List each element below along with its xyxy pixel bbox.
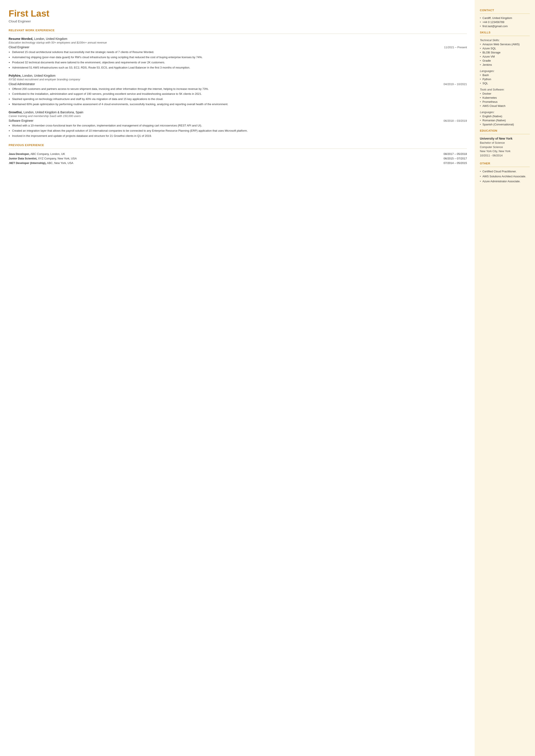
prev-exp-row-2: .NET Developer (Internship), ABC, New Yo… (9, 161, 467, 165)
bullet-list-2: Worked with a 10-member cross-functional… (12, 124, 467, 138)
prev-exp-role-rest-1: XYZ Company, New York, USA (37, 157, 77, 160)
company-location-0: London, United Kingdom (34, 37, 68, 41)
skills-section-title: SKILLS (480, 31, 530, 34)
company-desc-0: Education technology startup with 50+ em… (9, 41, 467, 44)
prev-exp-row-1: Junior Data Scientist, XYZ Company, New … (9, 156, 467, 161)
prev-exp-role-bold-2: .NET Developer (Internship), (9, 161, 46, 164)
company-line-1: Polyhire, London, United Kingdom (9, 74, 467, 77)
bullet-list-0: Delivered 15 cloud architectural solutio… (12, 50, 467, 70)
prev-exp-role-bold-0: Java Developer, (9, 152, 30, 156)
candidate-name: First Last (9, 9, 467, 18)
bullet-1-2: Slashed spending on technology infrastru… (12, 97, 467, 101)
bullet-2-2: Involved in the improvement and update o… (12, 134, 467, 138)
lang2-item-2: Spanish (Conversational) (480, 123, 530, 126)
contact-item-1: +44 0 123456789 (480, 20, 530, 24)
section-relevant-exp-title: RELEVANT WORK EXPERIENCE (9, 29, 467, 32)
technical-list: Amazon Web Services (AWS) Azure SQL BLOB… (480, 43, 530, 66)
prev-exp-row-0: Java Developer, ABC Company, London, UK … (9, 152, 467, 156)
languages-label: Languages: (480, 70, 530, 73)
company-name-0: Resume Worded, (9, 37, 33, 41)
contact-item-2: first.last@gmail.com (480, 25, 530, 28)
job-dates-0: 11/2021 – Present (444, 46, 467, 49)
bullet-1-3: Maintained 60% peak optimization by perf… (12, 102, 467, 106)
job-dates-2: 06/2018 – 03/2019 (444, 119, 467, 122)
company-desc-2: Career training and membership SaaS with… (9, 114, 467, 118)
other-item-2: Azure Administrator Associate. (480, 180, 530, 183)
lang-item-1: Python (480, 77, 530, 81)
lang2-item-1: Romanian (Native) (480, 119, 530, 122)
company-desc-1: NYSE-listed recruitment and employer bra… (9, 78, 467, 81)
other-section-title: OTHER (480, 162, 530, 165)
other-divider (480, 167, 530, 167)
bullet-list-1: Offered 200 customers and partners acces… (12, 87, 467, 106)
job-block-2: Growthsi, London, United Kingdom & Barce… (9, 110, 467, 138)
company-name-1: Polyhire, (9, 74, 21, 77)
tech-item-0: Amazon Web Services (AWS) (480, 43, 530, 46)
company-location-1: London, United Kingdom (22, 74, 56, 77)
edu-location: New York City, New York (480, 149, 530, 153)
tech-item-5: Jenkins (480, 63, 530, 66)
tech-item-2: BLOB Storage (480, 51, 530, 54)
tool-item-2: Prometheus (480, 100, 530, 103)
technical-label: Technical Skills: (480, 39, 530, 42)
job-dates-1: 04/2019 – 10/2021 (444, 82, 467, 86)
company-line-2: Growthsi, London, United Kingdom & Barce… (9, 110, 467, 114)
resume-header: First Last Cloud Engineer (9, 9, 467, 23)
job-row-2: Software Engineer 06/2018 – 03/2019 (9, 119, 467, 122)
other-item-1: AWS Solutions Architect Associate. (480, 175, 530, 178)
bullet-1-1: Contributed to the installation, adminis… (12, 92, 467, 96)
main-column: First Last Cloud Engineer RELEVANT WORK … (0, 0, 475, 756)
edu-degree: Bachelor of Science (480, 141, 530, 145)
tech-item-4: Gradle (480, 59, 530, 62)
tool-item-0: Docker (480, 92, 530, 95)
bullet-0-0: Delivered 15 cloud architectural solutio… (12, 50, 467, 54)
tools-label: Tools and Software: (480, 88, 530, 91)
prev-exp-role-rest-2: ABC, New York, USA (46, 161, 73, 164)
contact-section-title: CONTACT (480, 9, 530, 12)
job-block-0: Resume Worded, London, United Kingdom Ed… (9, 37, 467, 70)
job-row-1: Cloud Administrator 04/2019 – 10/2021 (9, 82, 467, 86)
lang2-list: English (Native) Romanian (Native) Spani… (480, 115, 530, 126)
tool-item-3: AWS Cloud Watch (480, 104, 530, 107)
bullet-0-1: Automated log shipping (poor-man data gu… (12, 55, 467, 59)
bullet-2-0: Worked with a 10-member cross-functional… (12, 124, 467, 128)
lang2-item-0: English (Native) (480, 115, 530, 118)
company-name-2: Growthsi, (9, 110, 23, 114)
bullet-1-0: Offered 200 customers and partners acces… (12, 87, 467, 91)
edu-university: University of New York (480, 137, 530, 140)
prev-exp-role-bold-1: Junior Data Scientist, (9, 157, 37, 160)
company-line-0: Resume Worded, London, United Kingdom (9, 37, 467, 41)
job-block-1: Polyhire, London, United Kingdom NYSE-li… (9, 74, 467, 106)
section-divider-prev (9, 148, 467, 149)
tech-item-3: Azure VM (480, 55, 530, 58)
other-item-0: Certified Cloud Practitioner. (480, 169, 530, 173)
job-title-2: Software Engineer (9, 119, 33, 122)
other-list: Certified Cloud Practitioner. AWS Soluti… (480, 169, 530, 184)
contact-item-0: Cardiff, United Kingdom (480, 16, 530, 19)
tools-list: Docker Kubernetes Prometheus AWS Cloud W… (480, 92, 530, 107)
job-row-0: Cloud Engineer 11/2021 – Present (9, 45, 467, 49)
contact-list: Cardiff, United Kingdom +44 0 123456789 … (480, 16, 530, 28)
bullet-0-3: Administered 51 AWS infrastructures such… (12, 66, 467, 70)
edu-field: Computer Science (480, 145, 530, 149)
prev-exp-role-rest-0: ABC Company, London, UK (30, 152, 65, 156)
lang-item-0: Bash (480, 73, 530, 77)
prev-exp-role-1: Junior Data Scientist, XYZ Company, New … (9, 156, 337, 161)
prev-exp-role-2: .NET Developer (Internship), ABC, New Yo… (9, 161, 337, 165)
section-divider (9, 34, 467, 34)
prev-exp-dates-2: 07/2014 – 05/2015 (337, 161, 467, 165)
edu-dates: 10/2011 - 06/2014 (480, 153, 530, 158)
prev-exp-role-0: Java Developer, ABC Company, London, UK (9, 152, 337, 156)
education-section-title: EDUCATION (480, 129, 530, 132)
bullet-0-2: Produced 32 technical documents that wer… (12, 61, 467, 65)
prev-exp-table: Java Developer, ABC Company, London, UK … (9, 152, 467, 165)
prev-exp-dates-1: 06/2015 – 07/2017 (337, 156, 467, 161)
section-prev-exp-title: PREVIOUS EXPERIENCE (9, 143, 467, 147)
languages-list: Bash Python SQL (480, 73, 530, 85)
job-title-1: Cloud Administrator (9, 82, 35, 86)
contact-divider (480, 14, 530, 14)
job-title-0: Cloud Engineer (9, 45, 30, 49)
lang-item-2: SQL (480, 82, 530, 85)
company-location-2: London, United Kingdom & Barcelona, Spai… (23, 110, 83, 114)
tool-item-1: Kubernetes (480, 96, 530, 99)
